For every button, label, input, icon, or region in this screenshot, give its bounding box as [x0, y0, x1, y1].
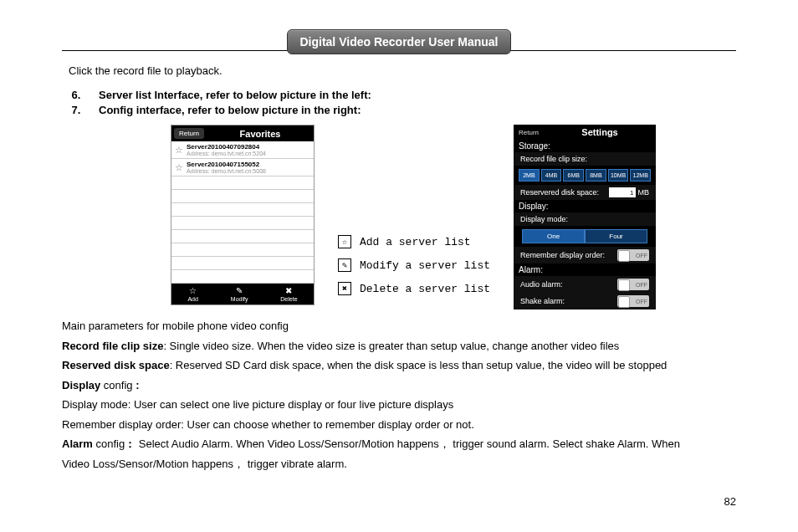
heading-list: Server list Interface, refer to below pi…: [62, 89, 736, 116]
audio-alarm-row: Audio alarm: OFF: [514, 276, 656, 293]
server-address: Address: demo.tvt.net.cn:5204: [187, 151, 266, 156]
server-list-item[interactable]: ☆ Server20100407092804 Address: demo.tvt…: [171, 141, 314, 159]
unit-label: MB: [638, 188, 650, 197]
intro-text: Click the record file to playback.: [69, 64, 736, 77]
legend-text: Add a server list: [360, 236, 471, 248]
server-address: Address: demo.tvt.net.cn:5008: [187, 168, 266, 174]
star-delete-icon: ✖: [285, 286, 292, 295]
add-label: Add: [187, 296, 197, 302]
clip-option[interactable]: 10MB: [608, 169, 629, 182]
modify-button[interactable]: ✎ Modify: [231, 286, 248, 302]
star-add-icon: ☆: [338, 235, 351, 248]
favorites-screenshot: Return Favorites ☆ Server20100407092804 …: [171, 125, 315, 305]
delete-label: Delete: [280, 296, 297, 302]
paragraph: Display config :: [62, 377, 736, 394]
page-number: 82: [62, 495, 736, 508]
remember-order-row: Remember display order: OFF: [514, 247, 656, 263]
legend: ☆ Add a server list ✎ Modify a server li…: [338, 235, 490, 295]
legend-text: Delete a server list: [360, 283, 490, 295]
clip-option[interactable]: 8MB: [586, 169, 606, 182]
modify-label: Modify: [231, 296, 248, 302]
heading-item: Server list Interface, refer to below pi…: [84, 89, 736, 101]
paragraph: Alarm config： Select Audio Alarm. When V…: [62, 436, 736, 453]
favorites-return-button[interactable]: Return: [174, 128, 204, 139]
legend-row: ✎ Modify a server list: [338, 258, 490, 272]
mode-option[interactable]: Four: [585, 229, 647, 243]
mode-option[interactable]: One: [522, 229, 585, 243]
body-text: Main parameters for mobile phone video c…: [62, 318, 736, 472]
server-name: Server20100407155052: [187, 161, 266, 168]
paragraph: Reserved disk space: Reserved SD Card di…: [62, 357, 736, 374]
reserved-input[interactable]: 1: [609, 187, 636, 197]
reserved-disk-row: Reservered disk space: 1 MB: [514, 185, 656, 200]
alarm-section: Alarm:: [514, 263, 656, 276]
heading-item: Config interface, refer to below picture…: [84, 104, 736, 116]
display-mode-label: Display mode:: [514, 212, 656, 226]
clip-size-selector[interactable]: 2MB 4MB 6MB 8MB 10MB 12MB: [519, 169, 651, 182]
paragraph: Display mode: User can select one live p…: [62, 396, 736, 413]
clip-option[interactable]: 12MB: [630, 169, 651, 182]
clip-option[interactable]: 6MB: [563, 169, 584, 182]
paragraph: Video Loss/Sensor/Motion happens， trigge…: [62, 456, 736, 473]
settings-title: Settings: [544, 125, 656, 140]
clip-size-label: Record file clip size:: [514, 152, 656, 166]
favorites-title: Favorites: [207, 126, 314, 141]
server-list-item[interactable]: ☆ Server20100407155052 Address: demo.tvt…: [171, 159, 314, 176]
title-wrap: Digital Video Recorder User Manual: [62, 29, 736, 54]
delete-button[interactable]: ✖ Delete: [280, 286, 297, 302]
shake-toggle[interactable]: OFF: [617, 295, 649, 307]
manual-title: Digital Video Recorder User Manual: [287, 29, 510, 54]
paragraph: Record file clip size: Single video size…: [62, 338, 736, 355]
paragraph: Main parameters for mobile phone video c…: [62, 318, 736, 335]
paragraph: Remember display order: User can choose …: [62, 417, 736, 433]
settings-return-button[interactable]: Return: [514, 126, 544, 139]
settings-screenshot: Return Settings Storage: Record file cli…: [514, 125, 656, 309]
star-edit-icon: ✎: [338, 258, 351, 272]
display-mode-selector[interactable]: One Four: [522, 229, 647, 243]
star-delete-icon: ✖: [338, 282, 351, 295]
legend-row: ✖ Delete a server list: [338, 282, 490, 295]
star-icon: ☆: [175, 145, 183, 156]
figures-row: Return Favorites ☆ Server20100407092804 …: [171, 125, 736, 309]
clip-option[interactable]: 4MB: [541, 169, 562, 182]
display-section: Display:: [514, 200, 656, 212]
clip-option[interactable]: 2MB: [519, 169, 540, 182]
shake-alarm-row: Shake alarm: OFF: [514, 293, 656, 309]
legend-row: ☆ Add a server list: [338, 235, 490, 248]
audio-toggle[interactable]: OFF: [617, 279, 649, 290]
server-name: Server20100407092804: [187, 143, 266, 151]
storage-section: Storage:: [514, 140, 656, 152]
star-add-icon: ☆: [189, 286, 197, 295]
star-edit-icon: ✎: [236, 286, 243, 295]
remember-toggle[interactable]: OFF: [617, 249, 649, 261]
star-icon: ☆: [175, 162, 183, 173]
add-button[interactable]: ☆ Add: [187, 286, 197, 302]
legend-text: Modify a server list: [360, 259, 490, 272]
